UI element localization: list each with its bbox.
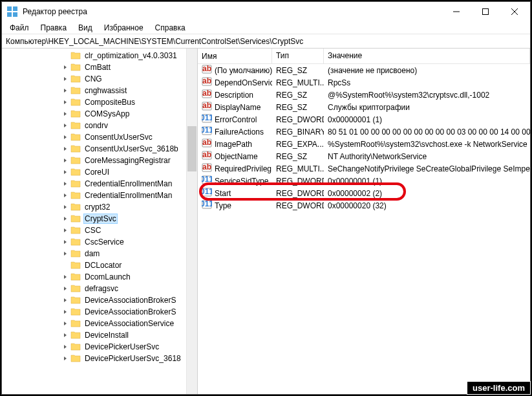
tree-item[interactable]: DeviceAssociationService [2, 318, 197, 329]
tree-item[interactable]: CmBatt [2, 61, 197, 73]
header-value[interactable]: Значение [324, 49, 530, 63]
tree-item[interactable]: CompositeBus [2, 96, 197, 108]
expander-icon[interactable] [61, 87, 69, 94]
expander-icon[interactable] [61, 343, 69, 351]
tree-item[interactable]: CoreUI [2, 166, 197, 178]
expander-icon[interactable] [61, 192, 69, 199]
expander-icon[interactable] [61, 63, 69, 71]
expander-icon[interactable] [61, 250, 69, 258]
tree-item[interactable]: DCLocator [2, 259, 197, 271]
expander-icon[interactable] [61, 226, 69, 234]
tree-item[interactable]: CSC [2, 225, 197, 236]
tree-item[interactable]: CNG [2, 73, 197, 85]
value-name: Start [215, 189, 231, 198]
expander-icon[interactable] [61, 75, 69, 83]
watermark: user-life.com [467, 381, 531, 395]
value-data: NT Authority\NetworkService [324, 152, 530, 161]
expander-icon[interactable] [61, 122, 69, 129]
menu-view[interactable]: Вид [73, 22, 98, 34]
list-panel[interactable]: Имя Тип Значение ab(По умолчанию)REG_SZ(… [198, 49, 530, 394]
expander-icon[interactable] [61, 238, 69, 246]
tree-item[interactable]: cnghwassist [2, 85, 197, 96]
header-type[interactable]: Тип [272, 49, 324, 63]
svg-text:ab: ab [202, 138, 211, 147]
expander-icon[interactable] [61, 273, 69, 281]
expander-icon[interactable] [61, 308, 69, 316]
tree-item[interactable]: CredentialEnrollmentMan [2, 178, 197, 190]
menu-edit[interactable]: Правка [36, 22, 72, 34]
value-icon: 011 [202, 126, 215, 138]
tree-item[interactable]: CryptSvc [2, 213, 197, 225]
value-name: FailureActions [215, 127, 264, 137]
header-name[interactable]: Имя [198, 49, 272, 63]
close-button[interactable] [500, 3, 529, 21]
value-name: DependOnService [215, 78, 272, 87]
expander-icon[interactable] [61, 168, 69, 176]
tree-label: clr_optimization_v4.0.3031 [83, 51, 178, 60]
registry-value-row[interactable]: abImagePathREG_EXPA...%SystemRoot%\syste… [198, 138, 530, 150]
registry-value-row[interactable]: abRequiredPrivileg...REG_MULTI...SeChang… [198, 162, 530, 175]
tree-item[interactable]: DeviceAssociationBrokerS [2, 306, 197, 318]
tree-item[interactable]: COMSysApp [2, 108, 197, 120]
value-icon: ab [202, 150, 215, 162]
expander-icon[interactable] [61, 98, 69, 106]
tree-scrollbar[interactable] [186, 49, 197, 394]
tree-item[interactable]: condrv [2, 120, 197, 131]
menu-file[interactable]: Файл [5, 22, 34, 34]
tree-item[interactable]: ConsentUxUserSvc [2, 131, 197, 143]
expander-icon[interactable] [61, 157, 69, 164]
tree-item[interactable]: DcomLaunch [2, 271, 197, 283]
value-icon: ab [202, 101, 215, 113]
registry-value-row[interactable]: abDisplayNameREG_SZСлужбы криптографии [198, 101, 530, 113]
expander-icon[interactable] [61, 296, 69, 304]
menu-favorites[interactable]: Избранное [99, 22, 149, 34]
tree-item[interactable]: CscService [2, 236, 197, 248]
tree-item[interactable]: DevicePickerUserSvc [2, 341, 197, 353]
tree-panel[interactable]: clr_optimization_v4.0.3031CmBattCNGcnghw… [2, 49, 198, 394]
tree-label: dam [83, 249, 101, 258]
registry-value-row[interactable]: abDescriptionREG_SZ@%SystemRoot%\system3… [198, 89, 530, 101]
tree-item[interactable]: crypt32 [2, 201, 197, 213]
tree-label: DeviceAssociationBrokerS [83, 307, 177, 316]
tree-item[interactable]: DeviceAssociationBrokerS [2, 294, 197, 306]
expander-icon[interactable] [61, 110, 69, 118]
expander-icon[interactable] [61, 355, 69, 362]
expander-icon[interactable] [61, 180, 69, 188]
titlebar[interactable]: Редактор реестра [2, 2, 530, 21]
tree-item[interactable]: dam [2, 248, 197, 259]
tree-item[interactable]: clr_optimization_v4.0.3031 [2, 50, 197, 61]
tree-label: CredentialEnrollmentMan [83, 179, 173, 188]
tree-item[interactable]: DeviceInstall [2, 329, 197, 341]
registry-value-row[interactable]: 011TypeREG_DWORD0x00000020 (32) [198, 199, 530, 212]
value-type: REG_DWORD [272, 177, 324, 186]
expander-icon[interactable] [61, 215, 69, 223]
tree-item[interactable]: CredentialEnrollmentMan [2, 190, 197, 201]
expander-icon[interactable] [61, 145, 69, 153]
address-bar[interactable]: Компьютер\HKEY_LOCAL_MACHINE\SYSTEM\Curr… [2, 34, 530, 49]
tree-item[interactable]: ConsentUxUserSvc_3618b [2, 143, 197, 155]
registry-value-row[interactable]: abObjectNameREG_SZNT Authority\NetworkSe… [198, 150, 530, 162]
expander-icon[interactable] [61, 320, 69, 327]
tree-label: DcomLaunch [83, 272, 132, 281]
registry-value-row[interactable]: 011StartREG_DWORD0x00000002 (2) [198, 187, 530, 199]
value-name: DisplayName [215, 103, 261, 112]
registry-value-row[interactable]: ab(По умолчанию)REG_SZ(значение не присв… [198, 64, 530, 76]
expander-icon[interactable] [61, 52, 69, 60]
tree-item[interactable]: defragsvc [2, 283, 197, 294]
minimize-button[interactable] [442, 3, 471, 21]
registry-value-row[interactable]: abDependOnServiceREG_MULTI...RpcSs [198, 76, 530, 89]
tree-item[interactable]: DevicePickerUserSvc_3618 [2, 353, 197, 364]
expander-icon[interactable] [61, 261, 69, 269]
registry-value-row[interactable]: 011ServiceSidTypeREG_DWORD0x00000001 (1) [198, 175, 530, 187]
maximize-button[interactable] [471, 3, 500, 21]
expander-icon[interactable] [61, 331, 69, 339]
expander-icon[interactable] [61, 133, 69, 141]
expander-icon[interactable] [61, 203, 69, 211]
expander-icon[interactable] [61, 285, 69, 292]
tree-item[interactable]: CoreMessagingRegistrar [2, 155, 197, 166]
value-icon: ab [202, 76, 215, 89]
menu-help[interactable]: Справка [150, 22, 191, 34]
registry-value-row[interactable]: 011ErrorControlREG_DWORD0x00000001 (1) [198, 113, 530, 126]
address-text: Компьютер\HKEY_LOCAL_MACHINE\SYSTEM\Curr… [6, 37, 303, 46]
registry-value-row[interactable]: 011FailureActionsREG_BINARY80 51 01 00 0… [198, 126, 530, 138]
